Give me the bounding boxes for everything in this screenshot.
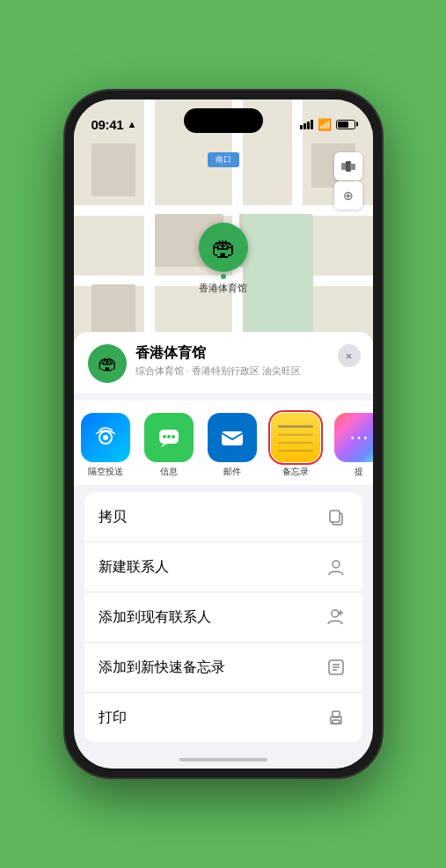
share-label-messages: 信息: [160, 466, 178, 478]
airdrop-icon: [81, 413, 130, 462]
share-item-messages[interactable]: 信息: [137, 413, 201, 478]
pin-stadium-icon: 🏟: [211, 233, 236, 262]
svg-point-14: [332, 610, 339, 617]
map-type-button[interactable]: [334, 152, 362, 180]
status-time: 09:41: [91, 117, 124, 132]
battery-fill: [338, 121, 349, 128]
map-controls[interactable]: ⊕: [334, 152, 362, 210]
action-label-quick-note: 添加到新快速备忘录: [99, 658, 225, 677]
share-row: 隔空投送 信息: [74, 401, 373, 485]
compass-button[interactable]: ⊕: [334, 181, 362, 210]
phone-screen: 09:41 ▲ 📶: [74, 99, 373, 769]
svg-point-4: [103, 435, 108, 440]
pin-dot: [221, 274, 226, 279]
location-arrow-icon: ▲: [127, 119, 136, 129]
share-label-more: 提: [355, 466, 363, 478]
svg-rect-12: [330, 511, 340, 522]
signal-bar-1: [300, 125, 303, 129]
action-list: 拷贝 新建联系人: [84, 492, 362, 742]
notes-icon: [271, 413, 320, 462]
bottom-sheet: 🏟 香港体育馆 综合体育馆 · 香港特别行政区 油尖旺区 ×: [74, 332, 373, 769]
status-icons: 📶: [300, 118, 355, 131]
map-block: [91, 284, 135, 337]
map-green-area: [243, 214, 313, 337]
quick-note-icon: [324, 655, 348, 680]
svg-point-8: [167, 435, 171, 438]
battery-icon: [336, 120, 355, 129]
share-item-more[interactable]: ⋯ 提: [327, 413, 373, 478]
notes-line-3: [278, 442, 313, 444]
location-pin: 🏟 香港体育馆: [199, 223, 248, 295]
map-label: 南口: [208, 152, 239, 167]
notes-lines-decoration: [278, 425, 313, 452]
action-item-add-contact[interactable]: 添加到现有联系人: [84, 592, 362, 643]
action-item-print[interactable]: 打印: [84, 693, 362, 742]
copy-icon: [324, 504, 348, 529]
share-label-airdrop: 隔空投送: [88, 466, 123, 478]
svg-point-7: [163, 435, 166, 438]
map-road: [74, 205, 373, 216]
signal-bars: [300, 120, 313, 129]
pin-label: 香港体育馆: [199, 282, 247, 295]
home-indicator-area: [74, 742, 373, 769]
compass-icon: ⊕: [343, 188, 354, 202]
pin-circle: 🏟: [199, 223, 248, 272]
mail-icon: [208, 413, 257, 462]
messages-icon: [144, 413, 194, 462]
action-label-copy: 拷贝: [99, 508, 127, 526]
map-block: [91, 143, 135, 196]
person-add-icon: [324, 605, 348, 629]
notes-line-4: [278, 450, 313, 452]
svg-rect-23: [333, 720, 340, 724]
action-item-quick-note[interactable]: 添加到新快速备忘录: [84, 643, 362, 693]
more-dots-icon: ⋯: [349, 426, 369, 449]
home-indicator: [179, 758, 267, 761]
close-button[interactable]: ×: [338, 344, 361, 367]
location-info: 香港体育馆 综合体育馆 · 香港特别行政区 油尖旺区: [135, 344, 359, 378]
stadium-icon: 🏟: [98, 352, 117, 375]
location-name: 香港体育馆: [135, 344, 359, 363]
share-label-mail: 邮件: [223, 466, 241, 478]
wifi-icon: 📶: [318, 118, 332, 131]
action-item-copy[interactable]: 拷贝: [84, 492, 362, 542]
phone-frame: 09:41 ▲ 📶: [65, 91, 382, 777]
map-label-badge: 南口: [213, 154, 234, 166]
share-item-airdrop[interactable]: 隔空投送: [74, 413, 137, 478]
signal-bar-2: [303, 123, 306, 129]
print-icon: [324, 705, 348, 730]
notes-line-1: [278, 425, 313, 428]
svg-rect-2: [350, 164, 355, 170]
svg-marker-6: [161, 444, 167, 447]
more-icon: ⋯: [334, 413, 373, 462]
signal-bar-3: [307, 121, 310, 129]
action-label-print: 打印: [99, 709, 127, 727]
share-label-notes: 备忘录: [282, 466, 309, 478]
svg-point-9: [172, 435, 175, 438]
signal-bar-4: [311, 120, 313, 129]
notes-line-2: [278, 434, 313, 436]
svg-point-13: [333, 561, 340, 568]
dynamic-island: [184, 108, 263, 133]
location-subtitle: 综合体育馆 · 香港特别行政区 油尖旺区: [135, 364, 359, 378]
location-header: 🏟 香港体育馆 综合体育馆 · 香港特别行政区 油尖旺区 ×: [74, 332, 373, 394]
action-item-new-contact[interactable]: 新建联系人: [84, 542, 362, 592]
share-item-mail[interactable]: 邮件: [201, 413, 264, 478]
action-label-new-contact: 新建联系人: [99, 558, 169, 577]
action-label-add-contact: 添加到现有联系人: [99, 608, 211, 627]
location-icon: 🏟: [88, 344, 127, 383]
share-item-notes[interactable]: 备忘录: [264, 413, 327, 478]
person-icon: [324, 555, 348, 579]
